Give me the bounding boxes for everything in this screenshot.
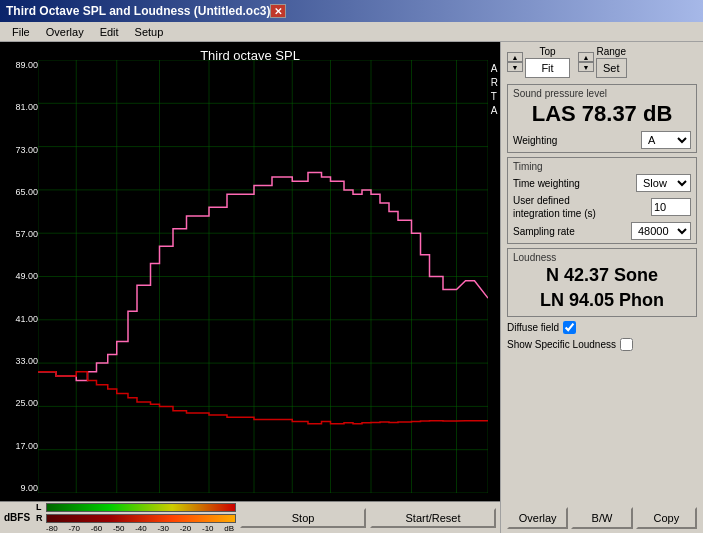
copy-button[interactable]: Copy [636,507,697,529]
diffuse-label: Diffuse field [507,322,559,333]
sampling-rate-row: Sampling rate 44100 48000 96000 [513,222,691,240]
show-specific-label: Show Specific Loudness [507,339,616,350]
time-weighting-row: Time weighting Fast Slow Impulse [513,174,691,192]
integration-time-row: User definedintegration time (s) [513,194,691,220]
top-range-controls: ▲ ▼ Top Fit ▲ ▼ Range [507,46,697,78]
l-label: L [36,502,44,512]
start-reset-button[interactable]: Start/Reset [370,508,496,528]
level-meter-r: R [36,513,236,523]
level-bar-l [46,503,236,512]
chart-area: Third octave SPL ARTA 89.00 81.00 73.00 … [0,42,500,533]
spl-value: LAS 78.37 dB [513,99,691,129]
close-button[interactable]: ✕ [270,4,286,18]
r-label: R [36,513,44,523]
range-down-button[interactable]: ▼ [578,62,594,72]
menu-bar: File Overlay Edit Setup [0,22,703,42]
level-bar-r [46,514,236,523]
loudness-value-2: LN 94.05 Phon [513,288,691,313]
spl-box-title: Sound pressure level [513,88,691,99]
y-axis: 89.00 81.00 73.00 65.00 57.00 49.00 41.0… [2,60,38,493]
dbfs-scale: -80 -70 -60 -50 -40 -30 -20 -10 dB [36,524,234,533]
top-label: Top [539,46,555,57]
window-title: Third Octave SPL and Loudness (Untitled.… [6,4,270,18]
timing-box: Timing Time weighting Fast Slow Impulse … [507,157,697,244]
timing-box-title: Timing [513,161,691,172]
chart-canvas[interactable] [38,60,488,493]
top-up-button[interactable]: ▲ [507,52,523,62]
right-panel: ▲ ▼ Top Fit ▲ ▼ Range [500,42,703,533]
time-weighting-select[interactable]: Fast Slow Impulse [636,174,691,192]
range-control-group: ▲ ▼ Range Set [578,46,627,78]
weighting-select[interactable]: A B C Z [641,131,691,149]
diffuse-checkbox[interactable] [563,321,576,334]
dbfs-label: dBFS [4,512,30,523]
diffuse-row: Diffuse field [507,321,697,334]
main-content: Third octave SPL ARTA 89.00 81.00 73.00 … [0,42,703,533]
sampling-rate-label: Sampling rate [513,225,631,238]
chart-canvas-container [38,60,488,493]
loudness-box: Loudness N 42.37 Sone LN 94.05 Phon [507,248,697,317]
level-meter-l: L [36,502,236,512]
menu-edit[interactable]: Edit [92,24,127,40]
time-weighting-label: Time weighting [513,177,636,190]
chart-right-labels: ARTA [491,62,498,118]
weighting-row: Weighting A B C Z [513,131,691,149]
top-down-button[interactable]: ▼ [507,62,523,72]
menu-overlay[interactable]: Overlay [38,24,92,40]
right-bottom-buttons: Overlay B/W Copy [507,507,697,529]
loudness-box-title: Loudness [513,252,691,263]
loudness-value-1: N 42.37 Sone [513,263,691,288]
spl-box: Sound pressure level LAS 78.37 dB Weight… [507,84,697,153]
integration-label: User definedintegration time (s) [513,194,651,220]
show-specific-checkbox[interactable] [620,338,633,351]
range-up-button[interactable]: ▲ [578,52,594,62]
set-button[interactable]: Set [596,58,627,78]
top-value[interactable]: Fit [525,58,570,78]
menu-file[interactable]: File [4,24,38,40]
overlay-button[interactable]: Overlay [507,507,568,529]
bw-button[interactable]: B/W [571,507,632,529]
integration-input[interactable] [651,198,691,216]
level-meters: L R -80 -70 -60 -50 -40 -30 -20 -10 dB [36,502,236,533]
title-bar: Third Octave SPL and Loudness (Untitled.… [0,0,703,22]
range-label: Range [597,46,626,57]
weighting-label: Weighting [513,135,557,146]
top-control-group: ▲ ▼ Top Fit [507,46,570,78]
show-specific-row: Show Specific Loudness [507,338,697,351]
stop-button[interactable]: Stop [240,508,366,528]
sampling-rate-select[interactable]: 44100 48000 96000 [631,222,691,240]
dbfs-bar: dBFS L R -80 -70 -60 -50 -40 -30 -20 [0,501,500,533]
menu-setup[interactable]: Setup [127,24,172,40]
